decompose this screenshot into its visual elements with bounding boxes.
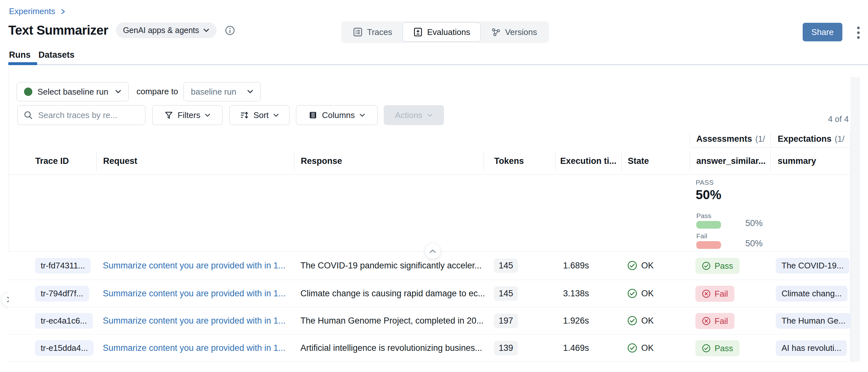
kebab-menu-icon[interactable] [851, 24, 866, 41]
x-circle-icon [702, 317, 711, 325]
view-switcher: Traces Evaluations Versions [341, 21, 549, 43]
compare-target-dropdown[interactable]: baseline run [184, 82, 261, 101]
actions-label: Actions [395, 110, 422, 120]
collapse-summary-button[interactable] [425, 243, 441, 259]
col-header-request[interactable]: Request [103, 156, 137, 166]
trace-id-link[interactable]: tr-794df7f... [35, 286, 89, 302]
baseline-run-dropdown[interactable]: Select baseline run [17, 82, 129, 101]
check-circle-icon [627, 288, 638, 298]
fail-percentage: 50% [745, 238, 763, 249]
breadcrumb-experiments-link[interactable]: Experiments [9, 6, 55, 16]
evaluations-icon [413, 27, 423, 37]
tab-evaluations[interactable]: Evaluations [403, 23, 481, 42]
trace-id-link[interactable]: tr-ec4a1c6... [35, 313, 93, 329]
trace-id-link[interactable]: tr-fd74311... [35, 258, 91, 274]
versions-label: Versions [505, 27, 537, 37]
breadcrumb: Experiments [9, 6, 66, 16]
search-icon [23, 110, 33, 120]
tab-datasets[interactable]: Datasets [38, 50, 74, 60]
col-header-state[interactable]: State [628, 156, 649, 166]
col-header-tokens[interactable]: Tokens [494, 156, 524, 166]
active-tab-indicator [8, 62, 37, 65]
page-title: Text Summarizer [8, 23, 108, 37]
request-link[interactable]: Summarize content you are provided with … [103, 316, 285, 326]
table-row[interactable]: tr-e15dda4... Summarize content you are … [9, 335, 850, 362]
compare-target-label: baseline run [191, 87, 237, 97]
column-divider [770, 133, 771, 146]
columns-label: Columns [322, 110, 355, 120]
search-input[interactable] [37, 110, 139, 121]
column-divider[interactable] [621, 151, 622, 171]
table-header-row: Trace ID Request Response Tokens Executi… [9, 148, 850, 175]
baseline-status-dot-icon [24, 88, 32, 96]
evaluations-label: Evaluations [427, 27, 470, 37]
table-group-header: Assessments (1/ Expectations (1/ [9, 131, 850, 148]
state-cell: OK [627, 288, 654, 298]
filters-label: Filters [178, 110, 200, 120]
pass-bar [696, 221, 721, 229]
trace-id-link[interactable]: tr-e15dda4... [35, 340, 94, 356]
tab-divider [8, 64, 868, 65]
tab-runs[interactable]: Runs [9, 50, 31, 60]
x-circle-icon [702, 289, 711, 298]
traces-label: Traces [367, 27, 392, 37]
fail-bar [696, 241, 721, 249]
assessment-badge: Pass [695, 258, 740, 274]
check-circle-icon [702, 261, 711, 270]
chevron-down-icon [115, 89, 121, 94]
tokens-value: 197 [494, 314, 518, 328]
assessment-badge: Fail [695, 313, 735, 329]
table-row[interactable]: tr-ec4a1c6... Summarize content you are … [9, 307, 850, 335]
pass-percentage: 50% [745, 219, 763, 228]
chevron-down-icon [427, 113, 433, 117]
request-link[interactable]: Summarize content you are provided with … [103, 261, 285, 271]
tab-traces[interactable]: Traces [343, 23, 403, 41]
chevron-down-icon [205, 113, 211, 117]
column-divider[interactable] [770, 151, 771, 171]
experiment-type-dropdown[interactable]: GenAI apps & agents [116, 23, 217, 38]
check-circle-icon [627, 260, 638, 271]
col-header-response[interactable]: Response [301, 156, 342, 166]
chevron-down-icon [360, 113, 365, 117]
filters-button[interactable]: Filters [152, 105, 223, 125]
summary-value: Climate chang... [776, 286, 847, 302]
table-row[interactable]: tr-794df7f... Summarize content you are … [9, 280, 850, 307]
execution-time-value: 3.138s [563, 289, 589, 298]
col-header-trace-id[interactable]: Trace ID [35, 156, 69, 166]
sort-label: Sort [253, 110, 269, 120]
vertical-scrollbar[interactable] [851, 77, 860, 362]
column-divider[interactable] [96, 151, 97, 171]
sort-button[interactable]: Sort [229, 105, 289, 125]
pass-legend-label: Pass [696, 212, 711, 220]
request-link[interactable]: Summarize content you are provided with … [103, 289, 285, 298]
tokens-value: 145 [494, 286, 518, 301]
columns-icon [308, 111, 317, 120]
evaluations-page: Experiments Text Summarizer GenAI apps &… [0, 0, 868, 372]
col-header-summary[interactable]: summary [778, 156, 816, 166]
share-button[interactable]: Share [803, 23, 842, 41]
response-text: Artificial intelligence is revolutionizi… [301, 343, 482, 353]
col-header-execution-time[interactable]: Execution ti... [560, 156, 617, 166]
request-link[interactable]: Summarize content you are provided with … [103, 343, 285, 353]
assessment-badge: Fail [695, 286, 735, 302]
actions-button[interactable]: Actions [384, 105, 444, 125]
column-divider[interactable] [484, 151, 484, 171]
columns-button[interactable]: Columns [296, 105, 378, 125]
column-divider[interactable] [555, 151, 556, 171]
search-input-container [17, 105, 146, 125]
assessment-badge: Pass [695, 340, 740, 356]
aggregate-metric-value: 50% [696, 188, 721, 202]
experiment-type-label: GenAI apps & agents [123, 26, 199, 35]
tab-versions[interactable]: Versions [481, 23, 547, 41]
chevron-down-icon [273, 113, 279, 117]
column-divider[interactable] [294, 151, 294, 171]
sort-icon [240, 111, 249, 120]
info-icon[interactable] [225, 25, 235, 36]
execution-time-value: 1.689s [563, 261, 589, 271]
chevron-down-icon [203, 28, 210, 33]
group-header-expectations: Expectations (1/ [778, 134, 844, 144]
col-header-answer-similarity[interactable]: answer_similar... [696, 156, 766, 166]
group-header-assessments: Assessments (1/ [696, 134, 765, 144]
check-circle-icon [627, 316, 638, 326]
response-text: The COVID-19 pandemic significantly acce… [301, 261, 482, 271]
